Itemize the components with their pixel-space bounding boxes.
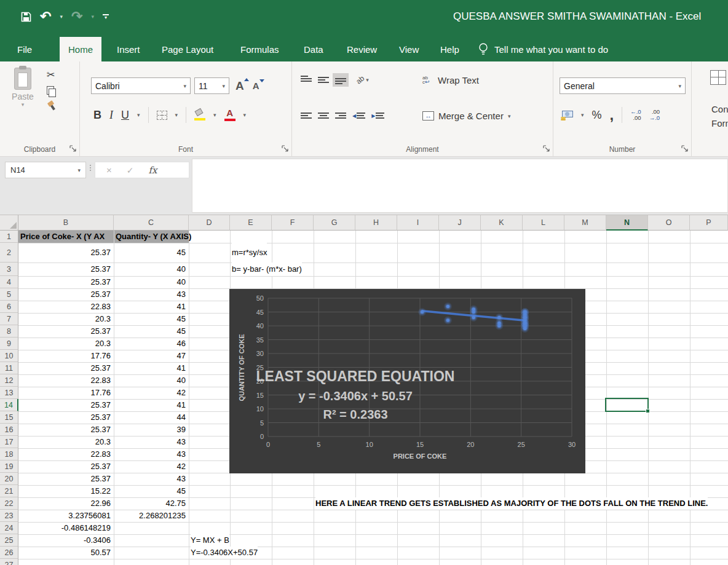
undo-dropdown-icon[interactable]: ▾ xyxy=(60,14,63,20)
row-header-10[interactable]: 10 xyxy=(0,350,18,362)
customize-qat-icon[interactable]: ▾ xyxy=(103,14,109,20)
copy-icon[interactable] xyxy=(47,86,55,96)
increase-indent-button[interactable]: ▶ xyxy=(371,111,384,120)
row-header-2[interactable]: 2 xyxy=(0,243,18,263)
font-name-select[interactable]: Calibri ▾ xyxy=(91,77,191,94)
row-header-16[interactable]: 16 xyxy=(0,424,18,436)
row-header-9[interactable]: 9 xyxy=(0,338,18,350)
font-color-icon[interactable]: A xyxy=(224,109,235,121)
insert-function-icon[interactable]: fx xyxy=(149,165,157,176)
increase-decimal-button[interactable]: ←.0 .00 xyxy=(630,109,641,121)
fill-handle[interactable] xyxy=(646,409,650,413)
cell-C19[interactable]: 42 xyxy=(114,460,186,473)
align-center-button[interactable] xyxy=(318,111,329,120)
italic-button[interactable]: I xyxy=(109,109,113,122)
decrease-decimal-button[interactable]: .00 →.0 xyxy=(649,109,660,121)
underline-dropdown-icon[interactable]: ▾ xyxy=(137,112,140,118)
align-right-button[interactable] xyxy=(335,111,346,120)
cell-C13[interactable]: 42 xyxy=(114,387,186,399)
row-header-12[interactable]: 12 xyxy=(0,374,18,387)
name-box[interactable]: N14 ▾ xyxy=(5,162,86,178)
cell-B6[interactable]: 22.83 xyxy=(18,301,111,313)
column-header-C[interactable]: C xyxy=(114,215,189,231)
grow-font-button[interactable]: A xyxy=(233,79,247,93)
cell-C5[interactable]: 43 xyxy=(114,288,186,301)
fill-color-dropdown-icon[interactable]: ▾ xyxy=(213,112,216,118)
undo-icon[interactable]: ↶ xyxy=(40,9,51,25)
row-header-13[interactable]: 13 xyxy=(0,387,18,399)
accounting-dropdown-icon[interactable]: ▾ xyxy=(581,112,584,118)
row-header-19[interactable]: 19 xyxy=(0,460,18,473)
shrink-font-button[interactable]: A xyxy=(250,81,262,91)
cell-C23[interactable]: 2.268201235 xyxy=(114,510,186,522)
column-header-G[interactable]: G xyxy=(314,215,355,231)
select-all-corner[interactable] xyxy=(0,215,18,231)
row-header-25[interactable]: 25 xyxy=(0,534,18,547)
cell-B1[interactable]: Price of Coke- X (Y AX xyxy=(20,231,114,243)
conditional-formatting-icon[interactable] xyxy=(710,70,726,85)
cell-C4[interactable]: 40 xyxy=(114,276,186,288)
middle-align-button[interactable] xyxy=(318,76,329,84)
font-dialog-launcher-icon[interactable] xyxy=(282,145,289,152)
column-header-P[interactable]: P xyxy=(690,215,728,231)
cell-C17[interactable]: 43 xyxy=(114,436,186,448)
row-header-20[interactable]: 20 xyxy=(0,473,18,485)
cell-C6[interactable]: 41 xyxy=(114,301,186,313)
cell-B21[interactable]: 15.22 xyxy=(18,485,111,497)
scatter-chart[interactable]: 05101520253035404550051015202530LEAST SQ… xyxy=(229,289,585,473)
cell-B7[interactable]: 20.3 xyxy=(18,313,111,325)
cell-B23[interactable]: 3.23756081 xyxy=(18,510,111,522)
comma-style-button[interactable]: , xyxy=(610,112,614,118)
cell-C1[interactable]: Quantity- Y (X AXIS) xyxy=(116,231,191,243)
column-header-F[interactable]: F xyxy=(272,215,314,231)
tab-formulas[interactable]: Formulas xyxy=(232,37,288,61)
row-header-1[interactable]: 1 xyxy=(0,231,18,243)
cell-B8[interactable]: 25.37 xyxy=(18,325,111,338)
tab-view[interactable]: View xyxy=(390,37,427,61)
cell-C15[interactable]: 44 xyxy=(114,411,186,424)
cell-C22[interactable]: 42.75 xyxy=(114,497,186,510)
orientation-button[interactable]: ab ▾ xyxy=(356,76,369,84)
row-header-3[interactable]: 3 xyxy=(0,263,18,276)
cell-E2[interactable]: m=r*sy/sx xyxy=(232,243,267,263)
cell-C20[interactable]: 43 xyxy=(114,473,186,485)
cell-C7[interactable]: 45 xyxy=(114,313,186,325)
number-dialog-launcher-icon[interactable] xyxy=(681,145,689,152)
cell-D25[interactable]: Y= MX + B xyxy=(191,534,229,547)
cell-B5[interactable]: 25.37 xyxy=(18,288,111,301)
cell-B9[interactable]: 20.3 xyxy=(18,338,111,350)
cell-B22[interactable]: 22.96 xyxy=(18,497,111,510)
enter-icon[interactable]: ✓ xyxy=(127,165,134,175)
font-size-select[interactable]: 11 ▾ xyxy=(194,77,229,94)
cell-B13[interactable]: 17.76 xyxy=(18,387,111,399)
cell-B26[interactable]: 50.57 xyxy=(18,547,111,559)
cut-icon[interactable]: ✂ xyxy=(47,69,55,81)
row-header-6[interactable]: 6 xyxy=(0,301,18,313)
bold-button[interactable]: B xyxy=(93,109,101,122)
merge-center-button[interactable]: ↔ Merge & Center ▾ xyxy=(422,111,510,121)
tab-data[interactable]: Data xyxy=(295,37,332,61)
tab-page-layout[interactable]: Page Layout xyxy=(153,37,222,61)
paste-button[interactable]: Paste ▾ xyxy=(5,68,41,108)
format-painter-icon[interactable] xyxy=(47,101,55,110)
percent-style-button[interactable]: % xyxy=(592,109,602,122)
formula-input[interactable] xyxy=(192,159,728,213)
cell-B16[interactable]: 25.37 xyxy=(18,424,111,436)
cell-B14[interactable]: 25.37 xyxy=(18,399,111,411)
tell-me-box[interactable]: Tell me what you want to do xyxy=(478,37,608,61)
column-header-D[interactable]: D xyxy=(189,215,230,231)
column-header-K[interactable]: K xyxy=(481,215,523,231)
row-header-27[interactable]: 27 xyxy=(0,559,18,565)
cell-C14[interactable]: 41 xyxy=(114,399,186,411)
column-header-I[interactable]: I xyxy=(397,215,439,231)
alignment-dialog-launcher-icon[interactable] xyxy=(543,145,550,152)
tab-home[interactable]: Home xyxy=(60,37,101,61)
row-header-11[interactable]: 11 xyxy=(0,362,18,374)
top-align-button[interactable] xyxy=(301,76,312,84)
fill-color-icon[interactable] xyxy=(194,109,205,121)
row-header-26[interactable]: 26 xyxy=(0,547,18,559)
wrap-text-button[interactable]: ab c↩ Wrap Text xyxy=(422,75,479,85)
row-header-22[interactable]: 22 xyxy=(0,497,18,510)
row-header-4[interactable]: 4 xyxy=(0,276,18,288)
tab-help[interactable]: Help xyxy=(432,37,468,61)
